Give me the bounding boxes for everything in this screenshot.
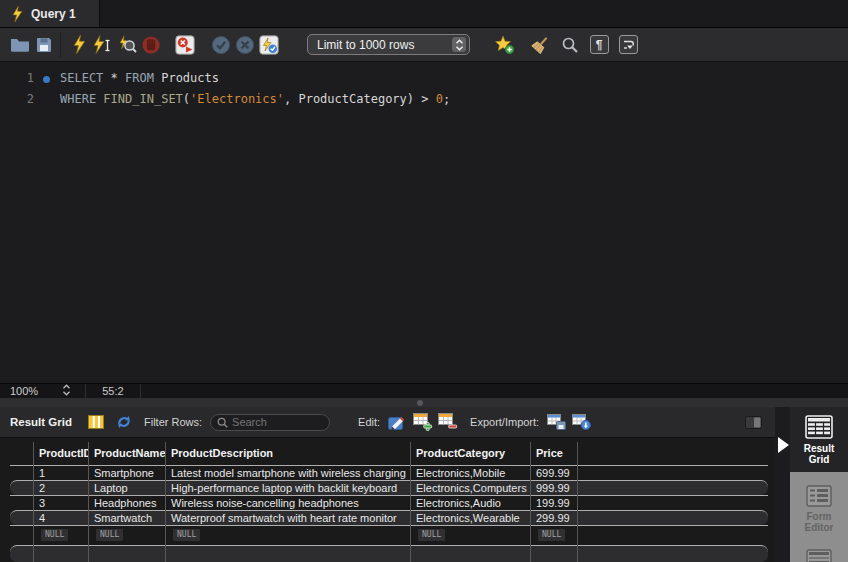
execution-plan-button[interactable] (257, 32, 281, 58)
limit-rows-dropdown[interactable]: Limit to 1000 rows (307, 34, 470, 55)
tab-bar: Query 1 (0, 0, 848, 28)
limit-rows-value: Limit to 1000 rows (317, 38, 452, 52)
result-section: Result Grid Filter Rows: Edit: (0, 407, 848, 562)
table-row[interactable]: 3 Headphones Wireless noise-cancelling h… (0, 495, 775, 510)
query-bolt-icon (12, 6, 23, 22)
edit-label: Edit: (358, 416, 380, 428)
search-icon (217, 417, 228, 428)
table-row[interactable]: 4 Smartwatch Waterproof smartwatch with … (0, 510, 775, 525)
result-grid-icon (805, 415, 833, 439)
save-button[interactable] (32, 32, 56, 58)
sidebar-collapse-strip (775, 407, 790, 562)
column-header-productid[interactable]: ProductID (33, 442, 88, 465)
tab-title: Query 1 (31, 7, 76, 21)
show-invisibles-toggle[interactable]: ¶ (587, 32, 611, 58)
zoom-stepper[interactable] (48, 384, 85, 398)
pane-splitter[interactable] (0, 398, 848, 407)
dropdown-stepper-icon (452, 37, 466, 52)
form-editor-icon (806, 485, 832, 507)
column-header-productdescription[interactable]: ProductDescription (165, 442, 410, 465)
sidebar-label-form-editor: Form Editor (797, 511, 841, 533)
search-icon (561, 36, 579, 54)
wrap-text-icon (619, 35, 638, 54)
execute-button[interactable] (67, 32, 91, 58)
grid-view-button[interactable] (88, 415, 104, 429)
explain-statement-button[interactable] (115, 32, 139, 58)
null-badge: NULL (41, 529, 68, 541)
empty-row[interactable] (0, 545, 775, 562)
import-recordset-button[interactable] (572, 414, 591, 430)
execute-bolt-icon (73, 35, 86, 54)
field-types-icon (806, 549, 832, 562)
toggle-sidebar-button[interactable] (745, 416, 762, 429)
execute-current-bolt-icon (94, 35, 112, 54)
editor-status-bar: 100% 55:2 (0, 383, 848, 398)
editor-line-2: 2 WHERE FIND_IN_SET('Electronics', Produ… (0, 89, 848, 110)
execute-current-statement-button[interactable] (91, 32, 115, 58)
star-plus-icon (494, 35, 515, 55)
rollback-button[interactable] (233, 32, 257, 58)
collapse-panel-arrow-icon[interactable] (778, 437, 789, 453)
refresh-icon (116, 414, 132, 430)
status-separator (140, 384, 141, 399)
sidebar-item-form-editor[interactable]: Form Editor (790, 472, 848, 539)
open-file-button[interactable] (8, 32, 32, 58)
stop-hand-icon (141, 35, 161, 55)
sql-editor[interactable]: 1 SELECT * FROM Products 2 WHERE FIND_IN… (0, 62, 848, 383)
line-number-1: 1 (0, 68, 34, 89)
stop-on-error-icon (175, 35, 195, 55)
execution-plan-icon (259, 35, 279, 55)
stop-on-error-toggle[interactable] (173, 32, 197, 58)
filter-search-field[interactable] (210, 414, 330, 431)
result-grid-title: Result Grid (10, 416, 72, 428)
new-row-placeholder[interactable]: NULL NULL NULL NULL NULL (0, 525, 775, 545)
result-grid: ProductID ProductName ProductDescription… (0, 438, 775, 562)
insert-row-icon (413, 413, 433, 431)
row-selector-header (0, 442, 33, 465)
table-row[interactable]: 2 Laptop High-performance laptop with ba… (0, 480, 775, 495)
tab-query-1[interactable]: Query 1 (0, 0, 100, 27)
column-header-productname[interactable]: ProductName (88, 442, 165, 465)
export-recordset-button[interactable] (547, 414, 566, 430)
export-grid-icon (547, 414, 566, 430)
sidebar-item-result-grid[interactable]: Result Grid (790, 407, 848, 472)
add-snippet-button[interactable] (492, 32, 516, 58)
explain-magnifier-bolt-icon (118, 35, 137, 54)
splitter-handle-icon (417, 400, 423, 406)
grid-view-icon (88, 415, 104, 429)
search-input[interactable] (232, 416, 322, 428)
null-badge: NULL (418, 529, 445, 541)
beautify-query-button[interactable] (528, 32, 552, 58)
cursor-position: 55:2 (86, 385, 139, 397)
panel-toggle-icon (745, 416, 762, 429)
sidebar-item-field-types[interactable] (790, 539, 848, 562)
null-badge: NULL (173, 529, 200, 541)
statement-marker-dot-icon (43, 76, 50, 83)
code-line-1[interactable]: SELECT * FROM Products (60, 68, 219, 89)
column-header-price[interactable]: Price (530, 442, 577, 465)
column-header-productcategory[interactable]: ProductCategory (410, 442, 530, 465)
main-toolbar: Limit to 1000 rows ¶ (0, 28, 848, 62)
stop-query-button[interactable] (139, 32, 163, 58)
find-button[interactable] (558, 32, 582, 58)
refresh-button[interactable] (116, 414, 132, 430)
result-grid-toolbar: Result Grid Filter Rows: Edit: (0, 407, 775, 438)
filter-rows-label: Filter Rows: (144, 416, 202, 428)
pilcrow-icon: ¶ (590, 35, 609, 54)
mysql-workbench-window: Query 1 (0, 0, 848, 562)
broom-icon (530, 35, 550, 55)
export-import-label: Export/Import: (470, 416, 539, 428)
table-row[interactable]: 1 Smartphone Latest model smartphone wit… (0, 465, 775, 480)
commit-button[interactable] (209, 32, 233, 58)
edit-record-button[interactable] (388, 414, 406, 431)
result-view-sidebar: Result Grid Form Editor (790, 407, 848, 562)
code-line-2[interactable]: WHERE FIND_IN_SET('Electronics', Product… (60, 89, 450, 110)
delete-row-button[interactable] (438, 413, 458, 431)
wrap-text-toggle[interactable] (616, 32, 640, 58)
apply-check-icon (211, 35, 231, 55)
save-icon (36, 37, 52, 53)
toolbar-separator (60, 32, 61, 58)
null-badge: NULL (538, 529, 565, 541)
zoom-level: 100% (0, 385, 48, 397)
insert-row-button[interactable] (413, 413, 433, 431)
